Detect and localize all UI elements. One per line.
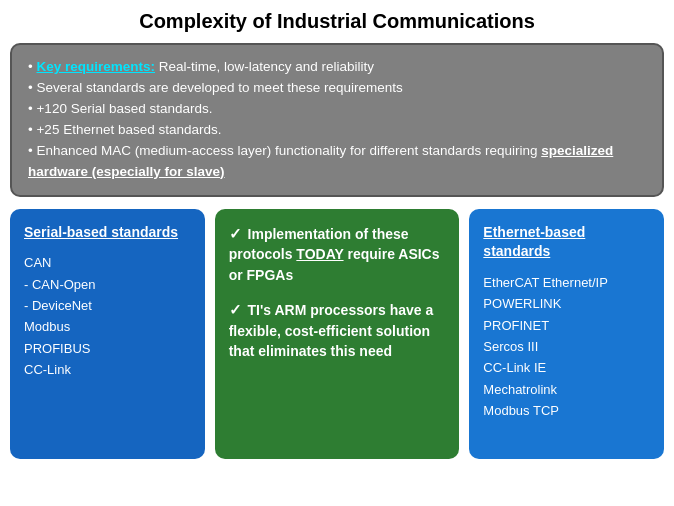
center-item1: ✓ Implementation of these protocols TODA… — [229, 223, 446, 285]
serial-panel-content: CAN - CAN-Open - DeviceNet Modbus PROFIB… — [24, 252, 191, 381]
subbullet1: +120 Serial based standards. — [28, 99, 646, 120]
page-title: Complexity of Industrial Communications — [10, 10, 664, 33]
list-item: Modbus — [24, 316, 191, 337]
list-item: - CAN-Open — [24, 274, 191, 295]
list-item: Mechatrolink — [483, 379, 650, 400]
list-item: PROFINET — [483, 315, 650, 336]
list-item: EtherCAT Ethernet/IP — [483, 272, 650, 293]
list-item: - DeviceNet — [24, 295, 191, 316]
center-item1-text: Implementation of these protocols TODAY … — [229, 226, 440, 283]
ethernet-panel-title: Ethernet-based standards — [483, 223, 650, 262]
subbullet2: +25 Ethernet based standards. — [28, 120, 646, 141]
bullet2: Several standards are developed to meet … — [28, 78, 646, 99]
list-item: CC-Link IE — [483, 357, 650, 378]
bullet3-prefix: Enhanced MAC (medium-access layer) funct… — [36, 143, 541, 158]
center-panel: ✓ Implementation of these protocols TODA… — [215, 209, 460, 459]
list-item: Modbus TCP — [483, 400, 650, 421]
serial-panel-title: Serial-based standards — [24, 223, 191, 243]
serial-panel: Serial-based standards CAN - CAN-Open - … — [10, 209, 205, 459]
key-req-label: Key requirements: — [36, 59, 155, 74]
bottom-row: Serial-based standards CAN - CAN-Open - … — [10, 209, 664, 459]
ethernet-panel-content: EtherCAT Ethernet/IP POWERLINK PROFINET … — [483, 272, 650, 422]
checkmark-icon1: ✓ — [229, 225, 242, 242]
checkmark-icon2: ✓ — [229, 301, 242, 318]
list-item: CC-Link — [24, 359, 191, 380]
list-item: CAN — [24, 252, 191, 273]
list-item: POWERLINK — [483, 293, 650, 314]
top-box: Key requirements: Real-time, low-latency… — [10, 43, 664, 197]
ethernet-panel: Ethernet-based standards EtherCAT Ethern… — [469, 209, 664, 459]
list-item: PROFIBUS — [24, 338, 191, 359]
list-item: Sercos III — [483, 336, 650, 357]
center-item2-text: TI's ARM processors have a flexible, cos… — [229, 302, 434, 359]
bullet1-text: Real-time, low-latency and reliability — [155, 59, 374, 74]
center-item2: ✓ TI's ARM processors have a flexible, c… — [229, 299, 446, 361]
